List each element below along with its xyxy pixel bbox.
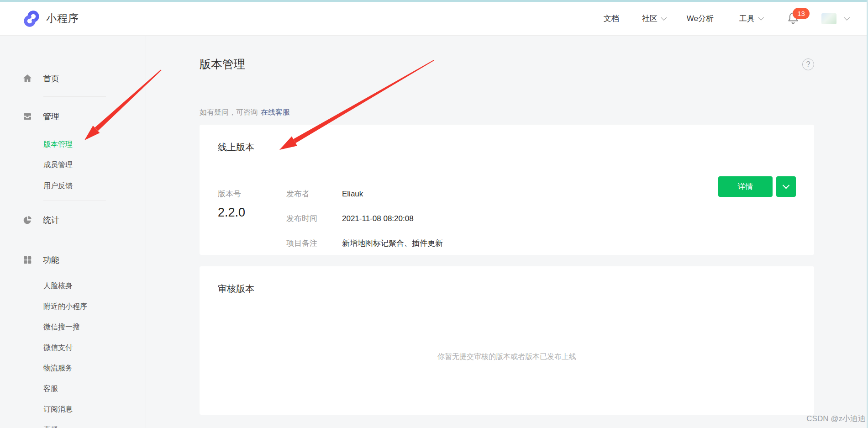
chevron-down-icon <box>783 182 790 189</box>
notification-badge: 13 <box>793 8 810 19</box>
sidebar-section-manage[interactable]: 管理 <box>22 110 146 123</box>
publisher-row: 发布者 Eliauk <box>286 188 443 200</box>
nav-community[interactable]: 社区 <box>642 13 665 24</box>
nav-docs-label: 文档 <box>604 13 619 24</box>
sidebar-divider <box>43 240 106 240</box>
pie-chart-icon <box>22 215 33 226</box>
sidebar-item-wechat-pay[interactable]: 微信支付 <box>43 342 146 353</box>
detail-dropdown-button[interactable] <box>776 176 796 197</box>
project-note-value: 新增地图标记聚合、插件更新 <box>342 238 443 249</box>
avatar[interactable] <box>821 13 836 24</box>
version-number-label: 版本号 <box>218 188 286 200</box>
online-support-link[interactable]: 在线客服 <box>261 108 290 116</box>
publish-time-label: 发布时间 <box>286 213 342 225</box>
notifications-button[interactable]: 13 <box>787 11 800 26</box>
support-notice-text: 如有疑问，可咨询 <box>200 108 258 116</box>
window-edge-top <box>0 0 868 2</box>
review-version-card: 审核版本 你暂无提交审核的版本或者版本已发布上线 <box>200 266 814 415</box>
sidebar-item-wechat-search[interactable]: 微信搜一搜 <box>43 322 146 333</box>
home-icon <box>22 73 33 84</box>
chevron-down-icon <box>758 15 764 21</box>
sidebar-item-face-verification[interactable]: 人脸核身 <box>43 280 146 291</box>
question-mark: ? <box>806 60 810 69</box>
watermark: CSDN @z小迪迪 <box>806 413 866 424</box>
online-version-card-title: 线上版本 <box>218 141 796 153</box>
sidebar-manage-label: 管理 <box>43 111 59 122</box>
app-title: 小程序 <box>46 11 79 26</box>
project-note-label: 项目备注 <box>286 238 342 249</box>
sidebar-features-label: 功能 <box>43 254 59 265</box>
chevron-down-icon <box>661 15 667 21</box>
tray-icon <box>22 111 33 122</box>
account-menu-chevron-icon[interactable] <box>844 15 850 21</box>
sidebar-item-home[interactable]: 首页 <box>22 72 146 85</box>
sidebar-item-customer-service[interactable]: 客服 <box>43 383 146 394</box>
sidebar-item-subscribe-message[interactable]: 订阅消息 <box>43 404 146 415</box>
review-empty-text: 你暂无提交审核的版本或者版本已发布上线 <box>200 352 814 362</box>
sidebar-item-nearby-miniprograms[interactable]: 附近的小程序 <box>43 301 146 312</box>
main-content: 版本管理 ? 如有疑问，可咨询在线客服 线上版本 版本号 2.2.0 发布者 E… <box>146 36 868 428</box>
publish-time-row: 发布时间 2021-11-08 08:20:08 <box>286 213 443 225</box>
sidebar-item-member-management[interactable]: 成员管理 <box>43 159 146 170</box>
sidebar-section-statistics[interactable]: 统计 <box>22 213 146 227</box>
top-header: 小程序 文档 社区 We分析 工具 13 <box>0 2 868 36</box>
sidebar-item-partial[interactable]: 直播 <box>43 424 146 428</box>
nav-docs[interactable]: 文档 <box>604 13 619 24</box>
page-title: 版本管理 <box>200 57 245 72</box>
sidebar-home-label: 首页 <box>43 73 59 84</box>
sidebar-item-version-management[interactable]: 版本管理 <box>43 139 146 150</box>
sidebar-statistics-label: 统计 <box>43 215 59 226</box>
sidebar-divider <box>43 201 106 201</box>
sidebar-item-logistics[interactable]: 物流服务 <box>43 363 146 374</box>
help-icon[interactable]: ? <box>802 58 814 70</box>
support-notice: 如有疑问，可咨询在线客服 <box>200 108 814 117</box>
nav-tools-label: 工具 <box>739 13 755 24</box>
review-version-card-title: 审核版本 <box>218 283 796 295</box>
sidebar-section-features[interactable]: 功能 <box>22 253 146 267</box>
publisher-value: Eliauk <box>342 188 363 200</box>
version-number-value: 2.2.0 <box>218 206 286 220</box>
publisher-label: 发布者 <box>286 188 342 200</box>
nav-community-label: 社区 <box>642 13 658 24</box>
nav-tools[interactable]: 工具 <box>739 13 762 24</box>
detail-button[interactable]: 详情 <box>718 176 773 197</box>
sidebar-divider <box>43 96 106 97</box>
app-logo[interactable]: 小程序 <box>23 10 79 27</box>
online-version-card: 线上版本 版本号 2.2.0 发布者 Eliauk 发布时间 2021-11-0… <box>200 125 814 255</box>
nav-we-analytics[interactable]: We分析 <box>687 13 714 24</box>
miniprogram-logo-icon <box>23 10 40 27</box>
nav-we-analytics-label: We分析 <box>687 13 714 24</box>
sidebar-item-user-feedback[interactable]: 用户反馈 <box>43 180 146 191</box>
grid-icon <box>22 254 33 265</box>
project-note-row: 项目备注 新增地图标记聚合、插件更新 <box>286 238 443 249</box>
sidebar: 首页 管理 版本管理 成员管理 用户反馈 统计 <box>0 36 146 428</box>
publish-time-value: 2021-11-08 08:20:08 <box>342 213 414 225</box>
